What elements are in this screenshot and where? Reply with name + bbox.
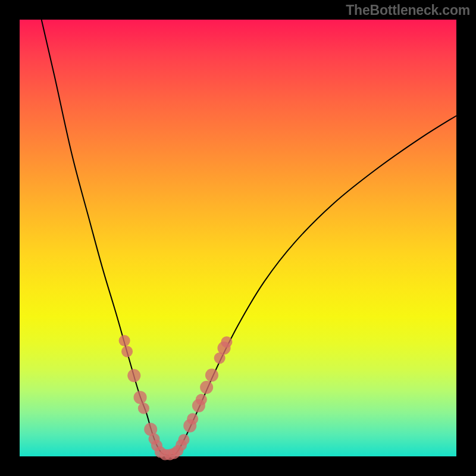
highlight-dot xyxy=(200,381,213,394)
highlight-dot xyxy=(221,336,232,347)
bottleneck-curve xyxy=(20,20,456,456)
highlight-dot xyxy=(178,434,189,446)
highlight-dot xyxy=(196,394,207,405)
highlight-dot xyxy=(205,368,218,381)
highlight-dot xyxy=(121,346,133,357)
plot-area xyxy=(20,20,456,456)
highlight-dot xyxy=(187,413,198,424)
bottleneck-curve-path xyxy=(42,20,456,455)
watermark-text: TheBottleneck.com xyxy=(346,2,470,18)
highlight-dot xyxy=(127,369,140,382)
highlight-dot xyxy=(138,403,149,414)
highlight-dot xyxy=(134,391,147,404)
highlight-dot xyxy=(119,335,130,346)
chart-frame: TheBottleneck.com xyxy=(0,0,476,476)
